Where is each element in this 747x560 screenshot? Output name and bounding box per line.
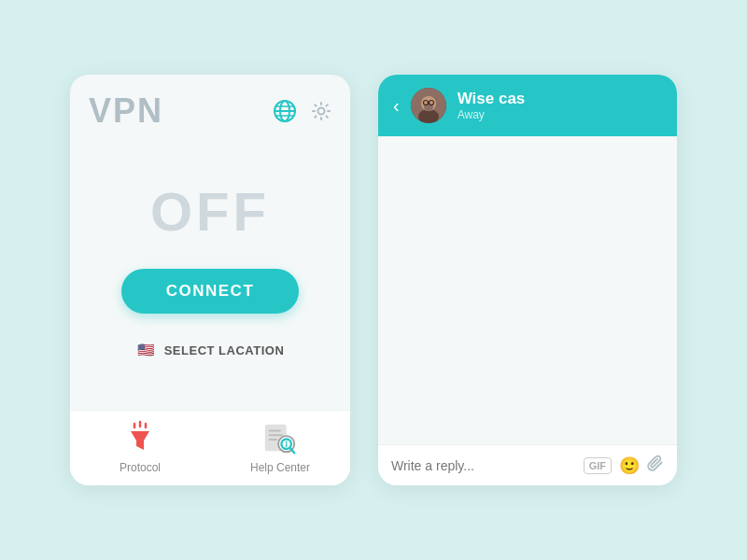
chat-header: ‹ Wise cas Away (378, 75, 677, 136)
globe-icon[interactable] (272, 98, 298, 124)
svg-point-16 (286, 441, 288, 443)
attach-button[interactable] (647, 455, 664, 476)
vpn-header-icons (272, 98, 331, 124)
chat-card: ‹ Wise cas Away (378, 75, 677, 485)
gif-button[interactable]: GIF (584, 457, 612, 474)
avatar (411, 88, 446, 123)
vpn-footer: Protocol (70, 410, 350, 485)
vpn-body: OFF CONNECT 🇺🇸 SELECT LACATION (70, 140, 350, 410)
help-center-tab-label: Help Center (250, 461, 310, 474)
protocol-tab-label: Protocol (120, 461, 161, 474)
chat-user-info: Wise cas Away (458, 90, 662, 121)
svg-rect-10 (269, 429, 281, 431)
tab-help-center[interactable]: Help Center (210, 411, 350, 485)
help-center-icon (261, 420, 299, 457)
chat-footer: GIF 🙂 (378, 444, 677, 485)
avatar-image (411, 88, 446, 123)
chat-status: Away (458, 108, 662, 121)
chat-reply-input[interactable] (391, 458, 576, 473)
chat-messages-area (378, 136, 677, 444)
vpn-header: VPN (70, 75, 350, 140)
chat-username: Wise cas (458, 90, 662, 108)
emoji-button[interactable]: 🙂 (619, 455, 640, 476)
chat-back-button[interactable]: ‹ (393, 96, 400, 115)
select-location-button[interactable]: 🇺🇸 SELECT LACATION (136, 340, 285, 360)
vpn-card: VPN OFF CONNECT 🇺🇸 SELECT LACATION (70, 75, 350, 485)
paperclip-icon (647, 455, 664, 471)
flag-icon: 🇺🇸 (136, 340, 157, 360)
svg-rect-11 (269, 434, 283, 436)
svg-point-5 (318, 108, 325, 115)
chat-footer-actions: GIF 🙂 (584, 455, 664, 476)
vpn-status: OFF (150, 180, 270, 243)
connect-button[interactable]: CONNECT (121, 269, 300, 314)
protocol-tab-icon (121, 420, 159, 457)
gear-icon[interactable] (311, 101, 331, 121)
vpn-title: VPN (89, 91, 163, 131)
tab-protocol[interactable]: Protocol (70, 411, 210, 485)
select-location-label: SELECT LACATION (164, 343, 285, 357)
svg-rect-12 (269, 439, 278, 441)
protocol-icon (123, 420, 157, 457)
help-center-tab-icon (261, 420, 299, 457)
